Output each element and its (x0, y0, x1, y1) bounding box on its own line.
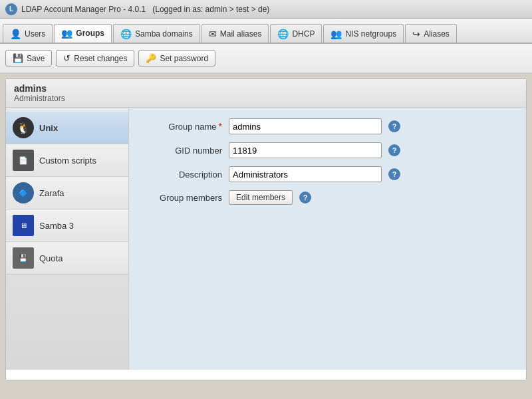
group-members-label: Group members (142, 193, 222, 203)
tab-nis-netgroups[interactable]: 👥 NIS netgroups (323, 24, 404, 43)
form-area: Group name * ? GID number ? Description (129, 108, 526, 370)
zarafa-icon: 🔷 (13, 182, 34, 203)
required-star: * (219, 121, 222, 132)
tab-groups[interactable]: 👥 Groups (54, 24, 112, 43)
dhcp-icon: 🌐 (277, 29, 289, 39)
titlebar: L LDAP Account Manager Pro - 4.0.1 (Logg… (0, 0, 532, 19)
aliases-icon: ↪ (412, 29, 420, 39)
group-name-row: Group name * ? (142, 118, 513, 134)
tab-aliases-label: Aliases (424, 29, 450, 39)
save-icon: 💾 (13, 53, 23, 63)
samba-domains-icon: 🌐 (120, 29, 132, 39)
login-info: (Logged in as: admin > test > de) (152, 5, 269, 14)
group-header: admins Administrators (6, 79, 526, 108)
set-password-button[interactable]: 🔑 Set password (138, 50, 215, 66)
nis-netgroups-icon: 👥 (331, 29, 342, 39)
gid-number-input[interactable] (229, 142, 382, 158)
group-subtitle: Administrators (14, 94, 518, 103)
groups-icon: 👥 (61, 28, 72, 39)
toolbar: 💾 Save ↺ Reset changes 🔑 Set password (0, 44, 532, 73)
tab-samba-domains[interactable]: 🌐 Samba domains (113, 24, 200, 43)
tab-users[interactable]: 👤 Users (3, 24, 53, 43)
group-name-help-icon[interactable]: ? (388, 120, 400, 132)
reset-button[interactable]: ↺ Reset changes (56, 50, 134, 66)
sidebar-item-quota[interactable]: 💾 Quota (6, 242, 128, 275)
edit-members-label: Edit members (236, 193, 285, 202)
edit-members-button[interactable]: Edit members (229, 190, 293, 205)
sidebar-label-zarafa: Zarafa (39, 188, 65, 198)
sidebar-item-samba3[interactable]: 🖥 Samba 3 (6, 209, 128, 242)
linux-icon: 🐧 (13, 117, 34, 138)
app-name: LDAP Account Manager Pro - 4.0.1 (21, 5, 146, 14)
users-icon: 👤 (10, 29, 21, 39)
tab-mail-aliases[interactable]: ✉ Mail aliases (201, 24, 269, 43)
sidebar-label-quota: Quota (39, 253, 63, 263)
sidebar-label-custom-scripts: Custom scripts (39, 156, 96, 166)
sidebar-label-samba3: Samba 3 (39, 221, 74, 231)
sidebar-item-custom-scripts[interactable]: 📄 Custom scripts (6, 144, 128, 177)
sidebar-item-zarafa[interactable]: 🔷 Zarafa (6, 177, 128, 209)
gid-number-row: GID number ? (142, 142, 513, 158)
gid-number-label: GID number (142, 146, 222, 156)
group-members-help-icon[interactable]: ? (299, 192, 311, 203)
mail-aliases-icon: ✉ (209, 29, 217, 39)
tab-dhcp[interactable]: 🌐 DHCP (270, 24, 322, 43)
group-name-label: Group name * (142, 121, 222, 132)
description-label: Description (142, 170, 222, 180)
tab-dhcp-label: DHCP (292, 29, 315, 39)
description-input[interactable] (229, 166, 382, 182)
tab-users-label: Users (25, 29, 45, 39)
sidebar-item-unix[interactable]: 🐧 Unix (6, 112, 128, 144)
description-help-icon[interactable]: ? (388, 168, 400, 180)
app-title: LDAP Account Manager Pro - 4.0.1 (Logged… (21, 5, 269, 14)
tab-nis-netgroups-label: NIS netgroups (345, 29, 396, 39)
main-layout: 🐧 Unix 📄 Custom scripts 🔷 Zarafa 🖥 Samba… (6, 108, 526, 370)
group-name-input[interactable] (229, 118, 382, 134)
tab-samba-domains-label: Samba domains (135, 29, 193, 39)
gid-number-help-icon[interactable]: ? (388, 144, 400, 156)
content-area: admins Administrators 🐧 Unix 📄 Custom sc… (5, 78, 527, 380)
tab-groups-label: Groups (76, 29, 104, 38)
save-button[interactable]: 💾 Save (5, 50, 52, 66)
group-members-row: Group members Edit members ? (142, 190, 513, 205)
tab-mail-aliases-label: Mail aliases (220, 29, 262, 39)
nav-tabs: 👤 Users 👥 Groups 🌐 Samba domains ✉ Mail … (0, 19, 532, 44)
reset-icon: ↺ (63, 53, 70, 63)
quota-icon: 💾 (13, 247, 34, 269)
sidebar-label-unix: Unix (39, 123, 58, 133)
tab-aliases[interactable]: ↪ Aliases (405, 24, 457, 43)
samba-icon: 🖥 (13, 215, 34, 236)
password-label: Set password (160, 54, 208, 63)
description-row: Description ? (142, 166, 513, 182)
save-label: Save (27, 54, 45, 63)
custom-scripts-icon: 📄 (13, 150, 34, 171)
sidebar: 🐧 Unix 📄 Custom scripts 🔷 Zarafa 🖥 Samba… (6, 108, 129, 370)
group-title: admins (14, 83, 518, 94)
password-icon: 🔑 (146, 53, 156, 63)
app-icon: L (5, 3, 17, 15)
reset-label: Reset changes (74, 54, 127, 63)
